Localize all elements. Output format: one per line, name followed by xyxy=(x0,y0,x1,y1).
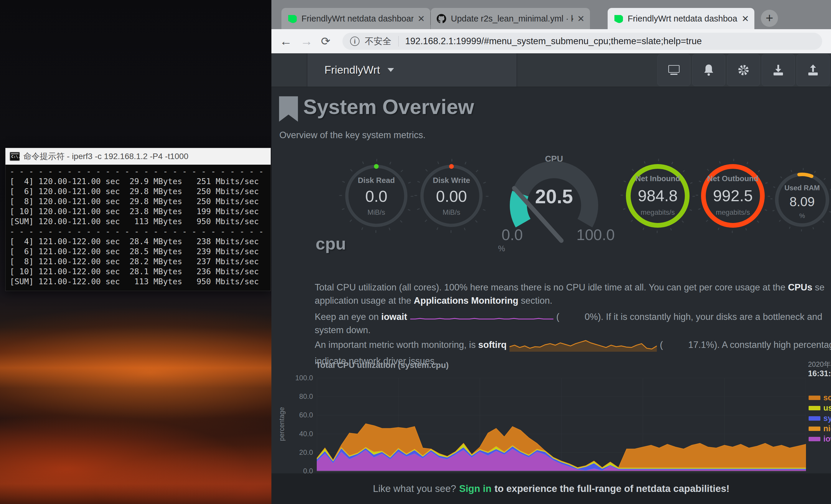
forward-icon[interactable]: → xyxy=(300,35,313,48)
cpu-utilization-chart[interactable] xyxy=(317,378,806,471)
export-button[interactable] xyxy=(762,54,795,86)
gauge-title: Net Outbound xyxy=(694,174,771,183)
text: application usage at the xyxy=(315,295,414,306)
y-axis-label: percentage xyxy=(278,407,286,441)
gauge-value: 984.8 xyxy=(620,186,696,205)
cpu-paragraph-line: application usage at the Applications Mo… xyxy=(315,294,831,307)
terminal-line: [SUM] 120.00-121.00 sec 113 MBytes 950 M… xyxy=(10,216,266,227)
url-text[interactable]: 192.168.2.1:19999/#menu_system_submenu_c… xyxy=(405,36,702,47)
gauge-net-inbound[interactable]: Net Inbound 984.8 megabits/s xyxy=(620,157,696,234)
cpu-paragraph-line: Total CPU utilization (all cores). 100% … xyxy=(315,281,831,294)
alarms-button[interactable] xyxy=(692,54,725,86)
gauge-value: 992.5 xyxy=(694,186,771,205)
tab-strip: FriendlyWrt netdata dashboard ✕ Update r… xyxy=(271,0,831,29)
tab-title: Update r2s_lean_minimal.yml · k xyxy=(451,14,573,24)
gauge-cpu[interactable]: CPU 20.5 0.0 % 100.0 xyxy=(489,152,619,253)
gauge-net-outbound[interactable]: Net Outbound 992.5 megabits/s xyxy=(694,157,771,234)
import-button[interactable] xyxy=(797,54,830,86)
cpu-paragraph-line: An important metric worth monitoring, is… xyxy=(315,338,831,352)
legend-item-nice[interactable]: nice xyxy=(809,423,831,434)
netdata-icon xyxy=(613,14,623,23)
gauge-unit: megabits/s xyxy=(620,208,696,216)
text: ( xyxy=(660,339,663,350)
gear-icon xyxy=(737,64,750,77)
terminal-output: - - - - - - - - - - - - - - - - - - - - … xyxy=(5,165,271,291)
tab-close-icon[interactable]: ✕ xyxy=(418,13,425,24)
browser-toolbar: ← → ⟳ i 不安全 192.168.2.1:19999/#menu_syst… xyxy=(271,29,831,53)
brand-dropdown[interactable]: FriendlyWrt xyxy=(307,53,517,87)
gauge-disk-read[interactable]: Disk Read 0.0 MiB/s xyxy=(338,157,414,234)
legend-item-iowait[interactable]: iowait xyxy=(809,434,831,444)
gauge-used-ram[interactable]: Used RAM 8.09 % xyxy=(770,167,831,232)
gauge-min: 0.0 xyxy=(502,226,523,244)
tab-netdata-2-active[interactable]: FriendlyWrt netdata dashboard ✕ xyxy=(608,8,754,29)
chart-canvas xyxy=(317,378,806,471)
terminal-line: [ 4] 120.00-121.00 sec 29.9 MBytes 251 M… xyxy=(10,176,266,186)
signin-bar: Like what you see? Sign in to experience… xyxy=(271,473,831,504)
terminal-window[interactable]: 命令提示符 - iperf3 -c 192.168.1.2 -P4 -t1000… xyxy=(5,148,271,291)
terminal-line: - - - - - - - - - - - - - - - - - - - - … xyxy=(10,227,266,237)
signin-text: to experience the full-range of netdata … xyxy=(494,483,729,494)
gauge-value: 8.09 xyxy=(770,195,831,209)
reload-icon[interactable]: ⟳ xyxy=(321,36,330,47)
legend-item-softirq[interactable]: softirq xyxy=(809,393,831,403)
cpu-paragraph-line: Keep an eye on iowait(0%). If it is cons… xyxy=(315,310,831,323)
softirq-sparkline[interactable] xyxy=(510,339,657,352)
y-tick: 20.0 xyxy=(284,448,313,456)
terminal-line: [ 10] 121.00-122.00 sec 28.1 MBytes 236 … xyxy=(10,267,266,276)
iowait-sparkline[interactable] xyxy=(410,313,553,322)
gauge-title: Disk Write xyxy=(413,176,490,185)
cpu-paragraph-line: system down. xyxy=(315,323,831,337)
iowait-label: iowait xyxy=(381,312,407,322)
gauge-dot xyxy=(374,164,379,169)
info-icon[interactable]: i xyxy=(350,36,360,46)
legend-label: iowait xyxy=(823,435,831,444)
gauge-title: Net Inbound xyxy=(620,174,696,183)
screens-button[interactable] xyxy=(657,54,690,86)
gauge-unit: megabits/s xyxy=(694,208,771,216)
gauge-unit: % xyxy=(770,212,831,220)
github-icon xyxy=(437,14,446,23)
legend-label: user xyxy=(823,404,831,413)
applications-monitoring-link[interactable]: Applications Monitoring xyxy=(414,295,518,306)
tab-title: FriendlyWrt netdata dashboard xyxy=(628,14,738,24)
page-title: System Overview xyxy=(303,95,474,119)
chart-time: 16:31:2 xyxy=(808,369,831,378)
legend-swatch xyxy=(809,437,821,441)
settings-button[interactable] xyxy=(727,54,760,86)
section-title-cpu: cpu xyxy=(316,234,346,253)
y-tick: 100.0 xyxy=(284,374,313,382)
tab-close-icon[interactable]: ✕ xyxy=(577,13,585,24)
y-tick: 80.0 xyxy=(284,392,313,401)
new-tab-button[interactable]: + xyxy=(761,10,778,27)
bell-icon xyxy=(703,64,715,76)
legend-swatch xyxy=(809,406,821,410)
tab-close-icon[interactable]: ✕ xyxy=(742,13,749,24)
gauge-disk-write[interactable]: Disk Write 0.00 MiB/s xyxy=(413,157,490,234)
legend-item-user[interactable]: user xyxy=(809,403,831,413)
y-tick: 60.0 xyxy=(284,411,313,419)
tab-title: FriendlyWrt netdata dashboard xyxy=(302,14,413,24)
terminal-line: [ 8] 121.00-122.00 sec 28.2 MBytes 237 M… xyxy=(10,257,266,267)
terminal-titlebar[interactable]: 命令提示符 - iperf3 -c 192.168.1.2 -P4 -t1000 xyxy=(5,148,271,165)
back-icon[interactable]: ← xyxy=(280,35,292,48)
terminal-line: [ 8] 120.00-121.00 sec 29.8 MBytes 250 M… xyxy=(10,197,266,207)
address-divider xyxy=(398,36,399,47)
tab-netdata-1[interactable]: FriendlyWrt netdata dashboard ✕ xyxy=(281,8,430,29)
legend-label: nice xyxy=(823,424,831,433)
terminal-line: [SUM] 121.00-122.00 sec 113 MBytes 950 M… xyxy=(10,276,266,287)
text: 17.1%). A constantly high percentage xyxy=(688,339,831,350)
cmd-icon xyxy=(10,152,20,161)
chart-legend: softirqusersystemniceiowait xyxy=(809,393,831,444)
gauge-unit: % xyxy=(498,244,505,253)
legend-item-system[interactable]: system xyxy=(809,413,831,423)
gauge-unit: MiB/s xyxy=(413,208,490,216)
netdata-icon xyxy=(287,14,297,23)
tab-github[interactable]: Update r2s_lean_minimal.yml · k ✕ xyxy=(431,8,590,29)
legend-label: system xyxy=(823,414,831,423)
address-bar[interactable]: i 不安全 192.168.2.1:19999/#menu_system_sub… xyxy=(342,33,822,50)
signin-link[interactable]: Sign in xyxy=(459,483,491,494)
text: section. xyxy=(518,295,552,306)
gauge-dot xyxy=(449,164,454,169)
cpus-link[interactable]: CPUs xyxy=(788,282,812,293)
